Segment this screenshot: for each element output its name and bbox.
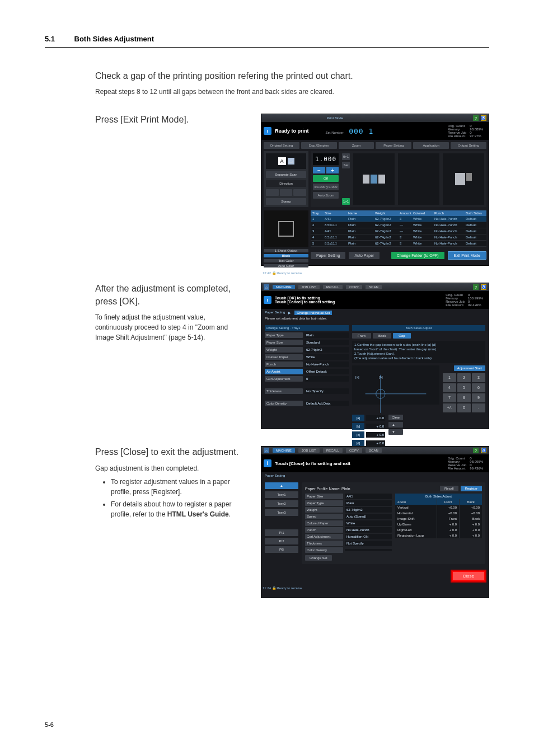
- profile-field: SpeedAuto (Speed): [305, 514, 392, 519]
- tab-recall[interactable]: RECALL: [323, 448, 343, 453]
- keypad-key[interactable]: 1: [443, 373, 456, 382]
- dup-0-1[interactable]: 0>1: [342, 153, 350, 160]
- access-icon[interactable]: ♿: [481, 115, 486, 121]
- change-folder-button[interactable]: Change Folder (to OFF): [391, 252, 444, 259]
- zoom-off-button[interactable]: Off: [313, 175, 339, 182]
- tray3[interactable]: Tray3: [265, 509, 298, 516]
- tab-recall[interactable]: RECALL: [323, 285, 343, 289]
- top-label: Print Mode: [327, 116, 343, 120]
- access-icon[interactable]: ♿: [481, 448, 486, 453]
- tray-list: ▲ Tray1 Tray2 Tray3 PI1 PI2 PB: [265, 482, 298, 564]
- dir-btn-1[interactable]: [266, 189, 279, 196]
- auto-paper-button[interactable]: Auto Paper: [349, 252, 380, 259]
- tab-zoom[interactable]: Zoom: [339, 142, 374, 149]
- orientation-icon[interactable]: A: [278, 157, 286, 165]
- tab-machine[interactable]: MACHINE: [273, 448, 295, 453]
- screenshot-paper-setting: ⌂ MACHINE JOB LIST RECALL COPY SCAN ? ♿ …: [261, 446, 489, 598]
- punch-value[interactable]: No Hole-Punch: [305, 361, 349, 367]
- colored-paper-value[interactable]: White: [305, 354, 349, 360]
- keypad-key[interactable]: 2: [457, 373, 471, 382]
- stamp-button[interactable]: Stamp: [266, 198, 306, 205]
- panel-header: i Touch [Close] to fix setting and exit …: [261, 454, 489, 472]
- tray1[interactable]: Tray1: [265, 491, 298, 498]
- black-button[interactable]: Black: [264, 254, 308, 257]
- frame-erase-icon[interactable]: ▭: [288, 158, 294, 165]
- change-set-button[interactable]: Change Set: [305, 555, 332, 561]
- pi2[interactable]: PI2: [265, 538, 298, 544]
- set-button[interactable]: Set: [342, 162, 350, 168]
- tab-gap[interactable]: Gap: [393, 333, 410, 339]
- auto-zoom-button[interactable]: Auto Zoom: [313, 192, 339, 199]
- tab-paper-setting[interactable]: Paper Setting: [376, 142, 411, 149]
- zoom-plus-button[interactable]: +: [326, 167, 339, 173]
- register-button[interactable]: Register: [461, 486, 482, 491]
- keypad-key[interactable]: .: [472, 403, 485, 412]
- help-icon[interactable]: ?: [473, 448, 479, 453]
- keypad-key[interactable]: +/-: [443, 403, 456, 412]
- thickness-value[interactable]: Not Specify: [305, 388, 349, 394]
- keypad-key[interactable]: 9: [472, 393, 485, 402]
- tab-job-list[interactable]: JOB LIST: [298, 285, 320, 289]
- tab-job-list[interactable]: JOB LIST: [298, 448, 320, 453]
- keypad-key[interactable]: 7: [443, 393, 456, 402]
- paper-type-value[interactable]: Plain: [305, 332, 349, 338]
- tab-scan[interactable]: SCAN: [366, 448, 382, 453]
- color-density-value[interactable]: Default Adj.Data: [305, 401, 349, 406]
- air-assist-value[interactable]: Offset Default: [305, 369, 349, 374]
- adjustment-start-button[interactable]: Adjustment Start: [454, 365, 485, 371]
- text-color-button[interactable]: Text Color: [264, 259, 308, 262]
- pi1[interactable]: PI1: [265, 529, 298, 536]
- tab-scan[interactable]: SCAN: [366, 285, 382, 289]
- section-number: 5.1: [45, 35, 55, 43]
- keypad-key[interactable]: 4: [443, 383, 456, 392]
- tab-back[interactable]: Back: [373, 333, 391, 339]
- gap-value-row: [d]+ 0.0: [352, 440, 385, 447]
- tray2[interactable]: Tray2: [265, 500, 298, 507]
- table-row: Up/Down+ 0.0+ 0.0: [395, 522, 482, 527]
- auto-color-button[interactable]: Auto Color: [264, 264, 308, 267]
- arrow-down-button[interactable]: ▼: [388, 429, 403, 435]
- keypad-key[interactable]: 3: [472, 373, 485, 382]
- zoom-minus-button[interactable]: −: [313, 167, 325, 173]
- table-row[interactable]: 3A4□Plain62-74g/m2—WhiteNo Hole-PunchDef…: [311, 228, 486, 234]
- tab-front[interactable]: Front: [352, 333, 371, 339]
- status-text: Ready to print: [275, 128, 309, 134]
- close-button[interactable]: Close: [452, 571, 485, 581]
- keypad-key[interactable]: 6: [472, 383, 485, 392]
- section-title: Both Sides Adjustment: [74, 35, 154, 43]
- pb[interactable]: PB: [265, 546, 298, 553]
- exit-print-mode-button[interactable]: Exit Print Mode: [448, 251, 486, 260]
- table-row[interactable]: 28.5x11□Plain62-74g/m2—WhiteNo Hole-Punc…: [311, 222, 486, 228]
- paper-setting-button[interactable]: Paper Setting: [311, 252, 345, 259]
- tab-machine[interactable]: MACHINE: [273, 285, 295, 289]
- help-icon[interactable]: ?: [473, 115, 479, 121]
- header-stats: Orig. Count0 Memory100.999% Reserve Job0…: [446, 293, 486, 307]
- table-row[interactable]: 1A4□Plain62-74g/m2≡WhiteNo Hole-PunchDef…: [311, 216, 486, 222]
- curl-value[interactable]: 0: [305, 376, 349, 382]
- arrow-up-button[interactable]: ▲: [388, 422, 403, 428]
- tab-application[interactable]: Application: [413, 142, 449, 149]
- keypad-key[interactable]: 8: [457, 393, 471, 402]
- keypad-key[interactable]: 5: [457, 383, 471, 392]
- weight-value[interactable]: 62-74g/m2: [305, 347, 349, 353]
- help-icon[interactable]: ?: [473, 284, 479, 290]
- access-icon[interactable]: ♿: [481, 284, 486, 290]
- tab-copy[interactable]: COPY: [346, 285, 362, 289]
- separate-scan-button[interactable]: Separate Scan: [266, 171, 306, 178]
- tray-up[interactable]: ▲: [265, 482, 298, 489]
- tab-copy[interactable]: COPY: [346, 448, 362, 453]
- paper-size-value[interactable]: Standard: [305, 340, 349, 345]
- one-sheet-output[interactable]: 1 Sheet Output: [264, 249, 308, 252]
- dir-btn-3[interactable]: [293, 189, 306, 196]
- tab-output-setting[interactable]: Output Setting: [451, 142, 486, 149]
- recall-button[interactable]: Recall: [440, 486, 458, 491]
- tab-original-setting[interactable]: Original Setting: [264, 142, 299, 149]
- tab-duplex[interactable]: Dup./Simplex: [301, 142, 337, 149]
- keypad-key[interactable]: 0: [457, 403, 471, 412]
- table-row[interactable]: 48.5x11□Plain62-74g/m2≡WhiteNo Hole-Punc…: [311, 234, 486, 241]
- dir-btn-2[interactable]: [280, 189, 293, 196]
- table-row[interactable]: 58.5x11□Plain62-74g/m2≡WhiteNo Hole-Punc…: [311, 241, 486, 247]
- dup-1-1[interactable]: 1>1: [342, 198, 350, 205]
- step-check-gap: Check a gap of the printing position ref…: [45, 70, 489, 97]
- panel-topbar: ⌂ MACHINE JOB LIST RECALL COPY SCAN ? ♿: [261, 447, 489, 454]
